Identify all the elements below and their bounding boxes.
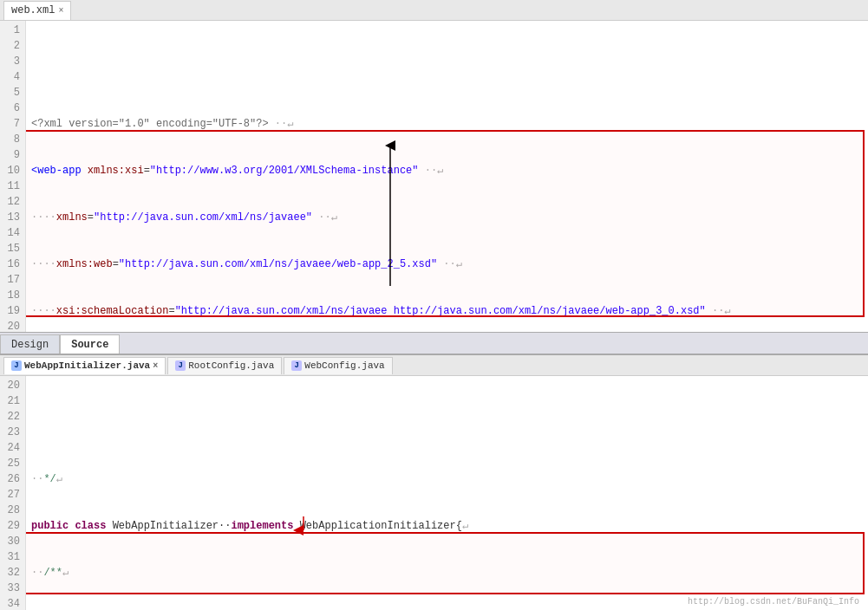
- design-tab[interactable]: Design: [0, 334, 60, 354]
- java-tab-webappinitializer[interactable]: J WebAppInitializer.java ×: [3, 357, 166, 374]
- java-line-21: public class WebAppInitializer··implemen…: [31, 518, 863, 534]
- xml-editor: 12345 678910 1112131415 1617181920 2122 …: [0, 21, 868, 333]
- xml-line-5: ····xsi:schemaLocation="http://java.sun.…: [31, 303, 863, 319]
- xml-code-content[interactable]: <?xml version="1.0" encoding="UTF-8"?> ·…: [26, 21, 868, 332]
- xml-tab[interactable]: web.xml ×: [3, 1, 71, 20]
- xml-line-1: <?xml version="1.0" encoding="UTF-8"?> ·…: [31, 116, 863, 132]
- source-tab[interactable]: Source: [60, 334, 120, 354]
- java-code-content[interactable]: ··*/↵ public class WebAppInitializer··im…: [26, 376, 868, 610]
- design-source-tab-bar: Design Source: [0, 333, 868, 355]
- xml-line-numbers: 12345 678910 1112131415 1617181920 2122: [0, 21, 26, 332]
- xml-tab-label: web.xml: [11, 4, 55, 16]
- java-tab-close-1[interactable]: ×: [153, 361, 158, 371]
- java-file-icon-2: J: [175, 360, 186, 371]
- java-tab-webconfig[interactable]: J WebConfig.java: [284, 357, 392, 374]
- xml-line-2: <web-app xmlns:xsi="http://www.w3.org/20…: [31, 163, 863, 178]
- xml-tab-bar: web.xml ×: [0, 0, 868, 21]
- design-tab-label: Design: [11, 339, 49, 351]
- java-line-22: ··/**↵: [31, 565, 863, 581]
- watermark: http://blog.csdn.net/BuFanQi_Info: [688, 597, 859, 607]
- java-tab-label-2: RootConfig.java: [188, 360, 274, 371]
- xml-tab-close[interactable]: ×: [58, 6, 63, 16]
- java-line-20: ··*/↵: [31, 471, 863, 487]
- source-tab-label: Source: [71, 339, 108, 351]
- java-tab-rootconfig[interactable]: J RootConfig.java: [167, 357, 282, 374]
- java-tab-bar: J WebAppInitializer.java × J RootConfig.…: [0, 355, 868, 376]
- java-tab-label-3: WebConfig.java: [304, 360, 384, 371]
- xml-line-4: ····xmlns:web="http://java.sun.com/xml/n…: [31, 256, 863, 272]
- java-file-icon-3: J: [291, 360, 302, 371]
- java-editor-section: J WebAppInitializer.java × J RootConfig.…: [0, 355, 868, 610]
- java-tab-label-1: WebAppInitializer.java: [24, 360, 150, 371]
- java-file-icon-1: J: [11, 360, 22, 371]
- xml-line-3: ····xmlns="http://java.sun.com/xml/ns/ja…: [31, 210, 863, 225]
- java-line-numbers: 2021222324 2526272829 3031323334 353637: [0, 376, 26, 610]
- java-editor[interactable]: 2021222324 2526272829 3031323334 353637 …: [0, 376, 868, 610]
